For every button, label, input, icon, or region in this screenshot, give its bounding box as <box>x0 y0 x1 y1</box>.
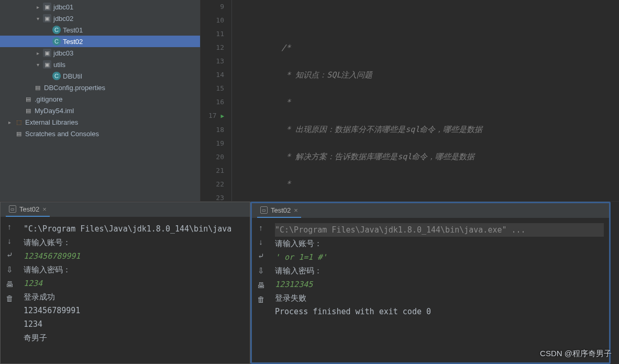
console-tab-label: Test02 <box>19 205 39 213</box>
console-line: 1234 <box>24 277 245 290</box>
tree-node-label: Test01 <box>63 26 83 34</box>
tree-node-label: jdbc02 <box>53 15 73 23</box>
arrow-down-icon[interactable]: ↓ <box>259 237 263 246</box>
code-line: /* <box>244 41 619 54</box>
console-line: 奇男子 <box>24 331 245 345</box>
console-line: 1234 <box>24 317 245 331</box>
trash-icon[interactable]: 🗑 <box>6 294 14 303</box>
console-line: 请输入密码： <box>275 264 604 278</box>
run-console-left: ▭ Test02 × ↑ ↓ ⤶ ⇩ 🖶 🗑 "C:\Program Files… <box>0 202 250 364</box>
line-number: 20 <box>201 150 224 164</box>
console-line: 请输入账号： <box>275 237 604 250</box>
tree-node-label: jdbc01 <box>53 3 73 11</box>
tree-node[interactable]: ▾▣jdbc02 <box>0 13 200 24</box>
editor-gutter: 91011121314151617 ▶181920212223 <box>201 0 232 201</box>
close-icon[interactable]: × <box>294 206 298 214</box>
tree-node-label: Scratches and Consoles <box>25 130 99 138</box>
line-number: 15 <box>201 82 224 95</box>
wrap-icon[interactable]: ⤶ <box>6 250 13 260</box>
chevron-icon[interactable]: ▾ <box>35 62 41 68</box>
arrow-down-icon[interactable]: ↓ <box>7 236 12 245</box>
tree-node[interactable]: ▸▤.gitignore <box>0 93 200 105</box>
console-line: 12312345 <box>275 278 604 291</box>
package-icon: ▣ <box>43 60 51 69</box>
console-tabbar[interactable]: ▭ Test02 × <box>252 203 609 218</box>
class-icon: C <box>52 37 61 46</box>
file-icon: ▤ <box>24 106 32 115</box>
console-toolbar: ↑ ↓ ⤶ ⇩ 🖶 🗑 <box>252 218 270 362</box>
tree-node[interactable]: ▾▣utils <box>0 59 200 70</box>
line-number: 18 <box>201 123 224 137</box>
console-tab[interactable]: ▭ Test02 × <box>6 202 50 217</box>
file-icon: ▤ <box>24 95 32 103</box>
console-tabbar[interactable]: ▭ Test02 × <box>1 202 250 217</box>
tree-node-label: DBUtil <box>63 72 82 80</box>
wrap-icon[interactable]: ⤶ <box>258 251 264 261</box>
tree-node-label: .gitignore <box>35 95 62 103</box>
console-line: 请输入密码： <box>24 263 245 277</box>
editor-text[interactable]: /* * 知识点：SQL注入问题 * * 出现原因：数据库分不清哪些是sql命令… <box>232 0 619 201</box>
tree-node[interactable]: ▸CTest02 <box>0 36 200 47</box>
code-line: * <box>244 95 619 109</box>
tree-node[interactable]: ▸▣jdbc01 <box>0 1 200 13</box>
line-number: 14 <box>201 68 224 82</box>
tree-node-label: DBConfig.properties <box>44 84 105 92</box>
line-number: 12 <box>201 41 224 54</box>
chevron-icon[interactable]: ▸ <box>35 50 41 56</box>
console-line: ' or 1=1 #' <box>275 250 604 264</box>
console-line: 请输入账号： <box>24 236 245 249</box>
library-icon: ⬚ <box>15 118 23 126</box>
chevron-icon[interactable]: ▸ <box>6 119 13 125</box>
tree-node[interactable]: ▸▤DBConfig.properties <box>0 82 200 93</box>
arrow-up-icon[interactable]: ↑ <box>7 222 12 231</box>
tree-node-label: utils <box>53 61 65 69</box>
console-tab[interactable]: ▭ Test02 × <box>257 203 301 218</box>
tree-node[interactable]: ▸CTest01 <box>0 24 200 36</box>
line-number: 13 <box>201 54 224 68</box>
tree-node-label: MyDay54.iml <box>35 107 74 115</box>
class-icon: C <box>52 26 61 34</box>
project-tree[interactable]: ▸▣jdbc01▾▣jdbc02▸CTest01▸CTest02▸▣jdbc03… <box>0 0 201 201</box>
package-icon: ▣ <box>43 3 51 11</box>
code-line: * 出现原因：数据库分不清哪些是sql命令，哪些是数据 <box>244 123 619 136</box>
console-line: "C:\Program Files\Java\jdk1.8.0_144\bin\… <box>275 223 604 237</box>
code-editor[interactable]: 91011121314151617 ▶181920212223 /* * 知识点… <box>201 0 619 201</box>
tree-node[interactable]: ▸▤Scratches and Consoles <box>0 128 200 139</box>
line-number: 21 <box>201 164 224 178</box>
console-line: Process finished with exit code 0 <box>275 305 604 318</box>
line-number: 11 <box>201 27 224 41</box>
console-tab-label: Test02 <box>271 206 291 214</box>
chevron-icon[interactable]: ▸ <box>35 4 41 10</box>
console-line: 123456789991 <box>24 249 245 263</box>
console-line: 123456789991 <box>24 304 245 317</box>
tree-node[interactable]: ▸⬚External Libraries <box>0 116 200 128</box>
print-icon[interactable]: 🖶 <box>257 281 265 290</box>
trash-icon[interactable]: 🗑 <box>257 295 265 304</box>
arrow-up-icon[interactable]: ↑ <box>259 223 263 232</box>
scroll-icon[interactable]: ⇩ <box>258 266 264 275</box>
tree-node-label: External Libraries <box>25 118 78 126</box>
code-line: * 解决方案：告诉数据库哪些是sql命令，哪些是数据 <box>244 150 619 163</box>
chevron-icon[interactable]: ▾ <box>35 16 41 21</box>
print-icon[interactable]: 🖶 <box>6 280 14 289</box>
line-number: 9 <box>201 0 224 14</box>
line-number: 22 <box>201 178 224 191</box>
class-icon: C <box>52 72 61 80</box>
file-icon: ▤ <box>15 129 23 138</box>
code-line: * 知识点：SQL注入问题 <box>244 68 619 82</box>
close-icon[interactable]: × <box>42 205 47 213</box>
scroll-icon[interactable]: ⇩ <box>6 265 13 274</box>
package-icon: ▣ <box>43 14 51 23</box>
tree-node[interactable]: ▸▤MyDay54.iml <box>0 105 200 116</box>
line-number: 17 ▶ <box>201 109 224 123</box>
console-output[interactable]: "C:\Program Files\Java\jdk1.8.0_144\bin\… <box>18 217 250 363</box>
console-output[interactable]: "C:\Program Files\Java\jdk1.8.0_144\bin\… <box>270 218 609 362</box>
tree-node[interactable]: ▸CDBUtil <box>0 70 200 82</box>
console-tab-icon: ▭ <box>260 206 268 214</box>
run-gutter-icon[interactable]: ▶ <box>220 113 224 119</box>
console-tab-icon: ▭ <box>9 205 16 213</box>
console-toolbar: ↑ ↓ ⤶ ⇩ 🖶 🗑 <box>1 217 18 363</box>
line-number: 19 <box>201 137 224 150</box>
tree-node[interactable]: ▸▣jdbc03 <box>0 47 200 59</box>
tree-node-label: jdbc03 <box>53 49 73 57</box>
